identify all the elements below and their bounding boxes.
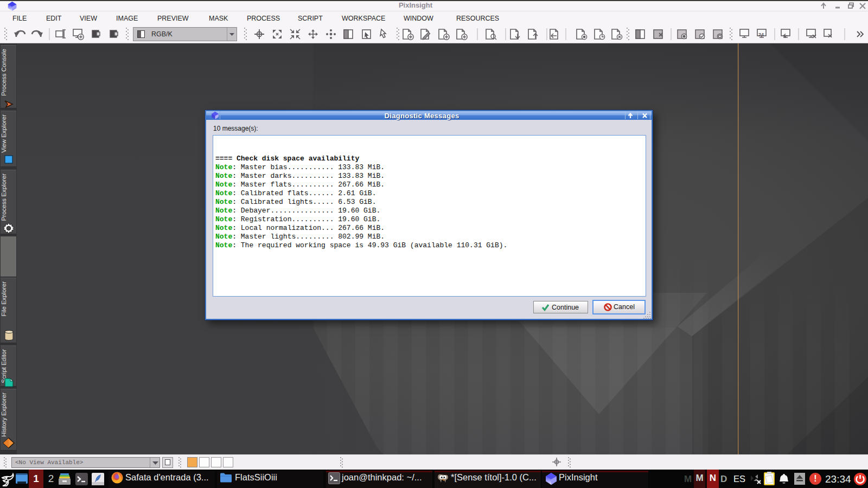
svg-text:24: 24 bbox=[758, 32, 764, 37]
